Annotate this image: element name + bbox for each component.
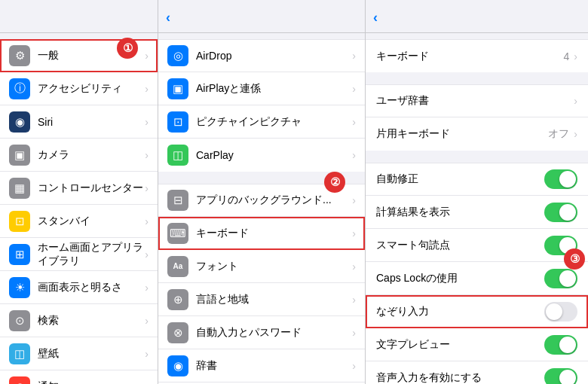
display-chevron-icon: › xyxy=(145,282,149,294)
right-panel-header: ‹ xyxy=(366,0,588,33)
siri-icon: ◉ xyxy=(9,111,30,133)
middle-row-carplay[interactable]: ◫ CarPlay › xyxy=(158,139,365,172)
right-panel: ‹ キーボード 4 › ユーザ辞書 › 片用キーボード オフ › 自動修正 計算… xyxy=(366,0,588,384)
carplay-chevron-icon: › xyxy=(352,149,356,161)
search-chevron-icon: › xyxy=(145,315,149,327)
show_calc-toggle[interactable] xyxy=(544,203,577,222)
control-label: コントロールセンター xyxy=(38,181,145,195)
left-row-notifications[interactable]: ◑ 通知 › xyxy=(0,370,158,384)
right-keyboard-row[interactable]: キーボード 4 › xyxy=(366,39,588,72)
one_hand-chevron-icon: › xyxy=(574,128,577,140)
background-icon: ⊟ xyxy=(167,190,188,211)
airplay-icon: ▣ xyxy=(167,78,188,99)
autofill-icon: ⊗ xyxy=(167,322,188,343)
fonts-label: フォント xyxy=(196,260,352,273)
display-icon: ☀ xyxy=(9,277,30,298)
badge-1: ① xyxy=(117,38,138,59)
voice_input-label: 音声入力を有効にする xyxy=(376,371,544,385)
camera-chevron-icon: › xyxy=(145,149,149,161)
standby-chevron-icon: › xyxy=(145,215,149,227)
notifications-icon: ◑ xyxy=(9,376,30,385)
right-back-btn[interactable]: ‹ xyxy=(373,10,380,26)
middle-row-keyboard[interactable]: ⌨ キーボード › xyxy=(158,217,365,250)
right-row-caps_lock[interactable]: Caps Lockの使用 xyxy=(366,262,588,295)
airdrop-chevron-icon: › xyxy=(352,50,356,62)
badge-2: ② xyxy=(324,172,345,193)
middle-row-language[interactable]: ⊕ 言語と地域 › xyxy=(158,283,365,316)
left-panel: ⚙ 一般 › ⓘ アクセシビリティ › ◉ Siri › ▣ カメラ › ▦ コ… xyxy=(0,0,158,384)
left-row-display[interactable]: ☀ 画面表示と明るさ › xyxy=(0,271,158,304)
keyboard-chevron-icon: › xyxy=(352,227,356,239)
wallpaper-icon: ◫ xyxy=(9,343,30,364)
right-row-trace_input[interactable]: なぞり入力 xyxy=(366,295,588,328)
middle-row-airplay[interactable]: ▣ AirPlayと連係 › xyxy=(158,72,365,105)
left-row-search[interactable]: ⊙ 検索 › xyxy=(0,304,158,337)
dict-chevron-icon: › xyxy=(352,360,356,372)
background-label: アプリのバックグラウンド... xyxy=(196,194,352,207)
middle-row-dict[interactable]: ◉ 辞書 › xyxy=(158,349,365,382)
right-row-char_preview[interactable]: 文字プレビュー xyxy=(366,328,588,361)
control-icon: ▦ xyxy=(9,178,30,199)
right-row-show_calc[interactable]: 計算結果を表示 xyxy=(366,196,588,229)
right-row-one_hand[interactable]: 片用キーボード オフ › xyxy=(366,117,588,151)
language-label: 言語と地域 xyxy=(196,293,352,306)
badge-3: ③ xyxy=(564,248,585,270)
auto_correct-toggle[interactable] xyxy=(544,169,577,189)
middle-row-airdrop[interactable]: ◎ AirDrop › xyxy=(158,39,365,72)
carplay-icon: ◫ xyxy=(167,145,188,166)
pip-label: ピクチャインピクチャ xyxy=(196,115,352,129)
right-row-auto_correct[interactable]: 自動修正 xyxy=(366,163,588,196)
background-chevron-icon: › xyxy=(352,194,356,206)
home-chevron-icon: › xyxy=(145,248,149,261)
middle-back-btn[interactable]: ‹ xyxy=(166,10,173,26)
airdrop-icon: ◎ xyxy=(167,45,188,66)
trace_input-toggle[interactable] xyxy=(544,302,577,322)
notifications-chevron-icon: › xyxy=(145,381,149,385)
middle-row-fonts[interactable]: Aa フォント › xyxy=(158,250,365,283)
home-label: ホーム画面とアプリライブラリ xyxy=(38,241,145,268)
user_dict-label: ユーザ辞書 xyxy=(376,94,574,108)
notifications-label: 通知 xyxy=(38,380,145,385)
autofill-label: 自動入力とパスワード xyxy=(196,326,352,340)
user_dict-chevron-icon: › xyxy=(574,95,577,107)
camera-icon: ▣ xyxy=(9,145,30,166)
right-row-smart_punct[interactable]: スマート句読点 xyxy=(366,229,588,262)
middle-settings-list: ◎ AirDrop › ▣ AirPlayと連係 › ⊡ ピクチャインピクチャ … xyxy=(158,33,365,384)
right-row-user_dict[interactable]: ユーザ辞書 › xyxy=(366,84,588,117)
keyboard-icon: ⌨ xyxy=(167,223,188,244)
left-row-home[interactable]: ⊞ ホーム画面とアプリライブラリ › xyxy=(0,238,158,271)
left-row-camera[interactable]: ▣ カメラ › xyxy=(0,139,158,172)
language-icon: ⊕ xyxy=(167,289,188,310)
one_hand-value: オフ xyxy=(548,127,569,141)
fonts-icon: Aa xyxy=(167,256,188,277)
left-row-standby[interactable]: ⊡ スタンバイ › xyxy=(0,205,158,238)
left-row-accessibility[interactable]: ⓘ アクセシビリティ › xyxy=(0,72,158,105)
left-row-wallpaper[interactable]: ◫ 壁紙 › xyxy=(0,337,158,370)
wallpaper-label: 壁紙 xyxy=(38,347,145,361)
keyboard-chevron-icon: › xyxy=(574,50,577,62)
left-section-1: ⚙ 一般 › ⓘ アクセシビリティ › ◉ Siri › ▣ カメラ › ▦ コ… xyxy=(0,39,158,384)
left-settings-list: ⚙ 一般 › ⓘ アクセシビリティ › ◉ Siri › ▣ カメラ › ▦ コ… xyxy=(0,33,158,384)
autofill-chevron-icon: › xyxy=(352,327,356,339)
middle-row-autofill[interactable]: ⊗ 自動入力とパスワード › xyxy=(158,316,365,349)
left-row-control[interactable]: ▦ コントロールセンター › xyxy=(0,172,158,205)
airplay-label: AirPlayと連係 xyxy=(196,82,352,96)
show_calc-label: 計算結果を表示 xyxy=(376,206,544,219)
char_preview-toggle[interactable] xyxy=(544,335,577,355)
middle-row-pip[interactable]: ⊡ ピクチャインピクチャ › xyxy=(158,105,365,139)
accessibility-chevron-icon: › xyxy=(145,83,149,95)
dict-label: 辞書 xyxy=(196,359,352,373)
right-row-voice_input[interactable]: 音声入力を有効にする xyxy=(366,361,588,384)
left-row-siri[interactable]: ◉ Siri › xyxy=(0,105,158,139)
caps_lock-toggle[interactable] xyxy=(544,269,577,288)
middle-panel-header: ‹ xyxy=(158,0,365,33)
home-icon: ⊞ xyxy=(9,244,30,265)
voice_input-toggle[interactable] xyxy=(544,368,577,385)
fonts-chevron-icon: › xyxy=(352,261,356,273)
airdrop-label: AirDrop xyxy=(196,50,352,62)
carplay-label: CarPlay xyxy=(196,149,352,161)
airplay-chevron-icon: › xyxy=(352,83,356,95)
search-icon: ⊙ xyxy=(9,310,30,331)
dict-icon: ◉ xyxy=(167,355,188,376)
auto_correct-label: 自動修正 xyxy=(376,172,544,186)
